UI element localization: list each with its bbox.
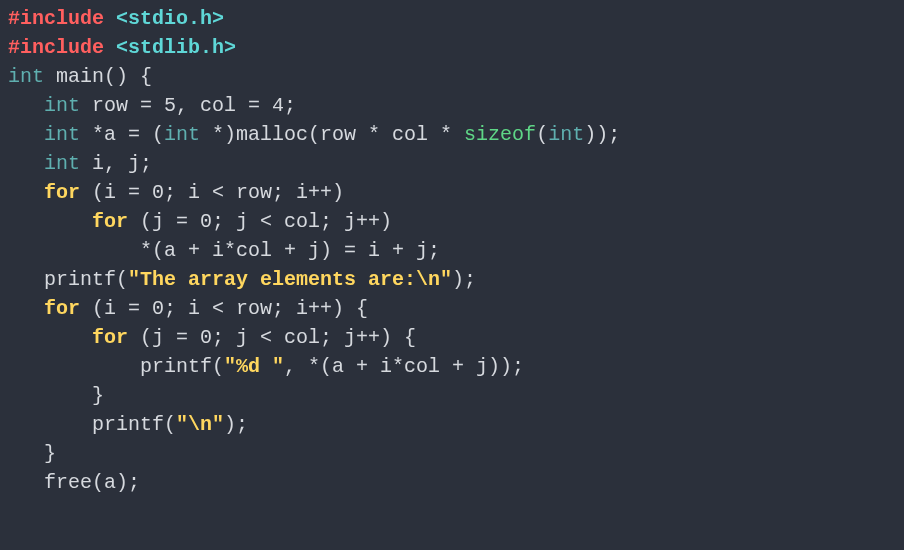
type-keyword: int <box>164 123 200 146</box>
code-text: (j = 0; j < col; j++) <box>128 210 392 233</box>
code-text: ); <box>224 413 248 436</box>
indent <box>8 268 44 291</box>
code-text: row = 5, col = 4; <box>80 94 296 117</box>
indent <box>8 442 44 465</box>
code-line-6: int i, j; <box>8 152 152 175</box>
code-line-8: for (j = 0; j < col; j++) <box>8 210 392 233</box>
code-text: main() { <box>44 65 152 88</box>
code-text: free(a); <box>44 471 140 494</box>
code-line-13: printf("%d ", *(a + i*col + j)); <box>8 355 524 378</box>
type-keyword: int <box>44 152 80 175</box>
code-block: #include <stdio.h> #include <stdlib.h> i… <box>8 4 896 497</box>
type-keyword: int <box>44 94 80 117</box>
code-text: )); <box>584 123 620 146</box>
type-keyword: int <box>548 123 584 146</box>
code-text: *)malloc(row * col * <box>200 123 464 146</box>
code-line-5: int *a = (int *)malloc(row * col * sizeo… <box>8 123 620 146</box>
code-text: } <box>44 442 56 465</box>
code-line-17: free(a); <box>8 471 140 494</box>
code-text: ); <box>452 268 476 291</box>
function-call: printf( <box>44 268 128 291</box>
string-literal: "%d " <box>224 355 284 378</box>
type-keyword: int <box>44 123 80 146</box>
code-text: (j = 0; j < col; j++) { <box>128 326 416 349</box>
code-line-2: #include <stdlib.h> <box>8 36 236 59</box>
code-line-9: *(a + i*col + j) = i + j; <box>8 239 440 262</box>
preprocessor-directive: #include <box>8 36 104 59</box>
function-call: printf( <box>92 413 176 436</box>
indent <box>8 239 140 262</box>
code-line-12: for (j = 0; j < col; j++) { <box>8 326 416 349</box>
indent <box>8 413 92 436</box>
indent <box>8 384 92 407</box>
indent <box>8 210 92 233</box>
for-keyword: for <box>92 210 128 233</box>
indent <box>8 471 44 494</box>
indent <box>8 123 44 146</box>
indent <box>8 94 44 117</box>
header-file: <stdio.h> <box>104 7 224 30</box>
code-line-7: for (i = 0; i < row; i++) <box>8 181 344 204</box>
code-line-4: int row = 5, col = 4; <box>8 94 296 117</box>
sizeof-keyword: sizeof <box>464 123 536 146</box>
indent <box>8 181 44 204</box>
code-text: *a = ( <box>80 123 164 146</box>
type-keyword: int <box>8 65 44 88</box>
code-line-3: int main() { <box>8 65 152 88</box>
code-line-15: printf("\n"); <box>8 413 248 436</box>
code-text: (i = 0; i < row; i++) { <box>80 297 368 320</box>
code-text: (i = 0; i < row; i++) <box>80 181 344 204</box>
code-line-16: } <box>8 442 56 465</box>
code-text: ( <box>536 123 548 146</box>
string-literal: "\n" <box>176 413 224 436</box>
code-line-1: #include <stdio.h> <box>8 7 224 30</box>
for-keyword: for <box>92 326 128 349</box>
code-line-10: printf("The array elements are:\n"); <box>8 268 476 291</box>
header-file: <stdlib.h> <box>104 36 236 59</box>
for-keyword: for <box>44 297 80 320</box>
indent <box>8 152 44 175</box>
indent <box>8 355 140 378</box>
code-text: } <box>92 384 104 407</box>
preprocessor-directive: #include <box>8 7 104 30</box>
function-call: printf( <box>140 355 224 378</box>
code-text: , *(a + i*col + j)); <box>284 355 524 378</box>
code-text: *(a + i*col + j) = i + j; <box>140 239 440 262</box>
code-line-14: } <box>8 384 104 407</box>
indent <box>8 297 44 320</box>
indent <box>8 326 92 349</box>
string-literal: "The array elements are:\n" <box>128 268 452 291</box>
code-line-11: for (i = 0; i < row; i++) { <box>8 297 368 320</box>
code-text: i, j; <box>80 152 152 175</box>
for-keyword: for <box>44 181 80 204</box>
